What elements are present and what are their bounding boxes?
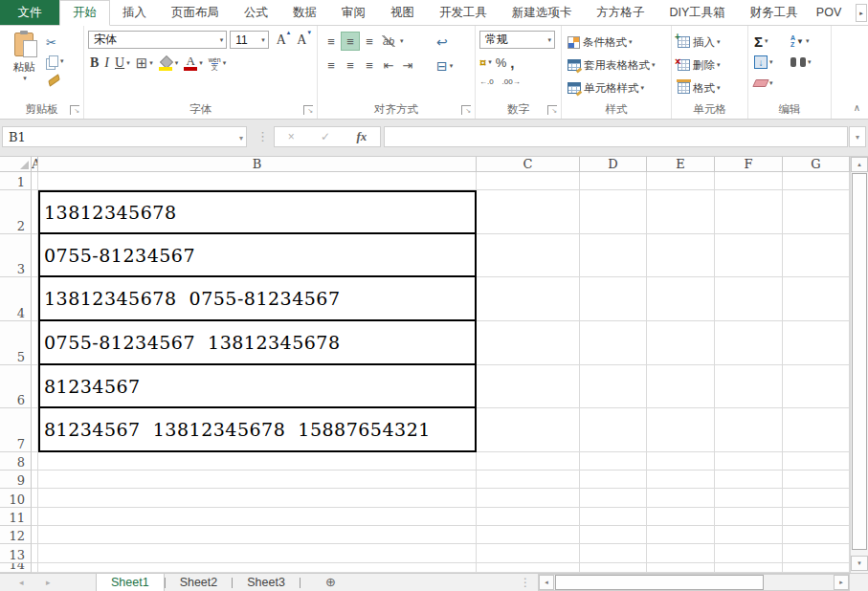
sheet-tab-sheet1[interactable]: Sheet1	[96, 574, 165, 591]
cell-B8[interactable]	[38, 452, 477, 471]
cell-C4[interactable]	[477, 277, 580, 321]
cell-E10[interactable]	[647, 489, 715, 508]
cell-G14[interactable]	[783, 563, 850, 573]
tab-overflow-button[interactable]: ▸	[856, 4, 867, 22]
ribbon-tab-13[interactable]: POV	[811, 0, 843, 25]
cell-D14[interactable]	[580, 563, 647, 573]
cell-A4[interactable]	[32, 277, 38, 321]
cell-E11[interactable]	[647, 508, 715, 526]
copy-button[interactable]: ▾	[44, 52, 66, 71]
cell-F5[interactable]	[715, 321, 783, 365]
cell-styles-button[interactable]: 单元格样式▾	[566, 77, 669, 99]
ribbon-tab-4[interactable]: 公式	[232, 0, 280, 25]
select-all-corner[interactable]	[0, 157, 32, 172]
cell-B9[interactable]	[38, 471, 477, 489]
cell-D8[interactable]	[580, 452, 647, 471]
paste-button[interactable]: 粘贴 ▾	[4, 31, 44, 103]
scroll-down-button[interactable]: ▾	[851, 556, 868, 571]
cell-C2[interactable]	[477, 190, 580, 234]
cell-D11[interactable]	[580, 508, 647, 526]
cell-G1[interactable]	[783, 172, 850, 190]
format-painter-button[interactable]	[44, 71, 66, 90]
sheet-tab-sheet3[interactable]: Sheet3	[233, 574, 300, 591]
cell-D2[interactable]	[580, 190, 647, 234]
cell-G11[interactable]	[783, 508, 850, 526]
align-center-button[interactable]: ≡	[341, 55, 360, 75]
cell-D5[interactable]	[580, 321, 647, 365]
row-header-2[interactable]: 2	[0, 190, 32, 234]
cell-E1[interactable]	[647, 172, 715, 190]
cell-B5[interactable]: 0755-81234567 13812345678	[38, 321, 477, 365]
fill-button[interactable]: ↓▾	[752, 52, 789, 73]
ribbon-tab-12[interactable]: 财务工具	[738, 0, 811, 25]
row-header-6[interactable]: 6	[0, 365, 32, 408]
cell-C14[interactable]	[477, 563, 580, 573]
autosum-button[interactable]: Σ▾	[752, 31, 789, 52]
cell-B3[interactable]: 0755-81234567	[38, 234, 477, 277]
cell-D6[interactable]	[580, 365, 647, 408]
delete-cells-button[interactable]: 删除▾	[676, 54, 746, 77]
cell-F13[interactable]	[715, 544, 783, 563]
ribbon-tab-11[interactable]: DIY工具箱	[657, 0, 738, 25]
sheet-tab-sheet2[interactable]: Sheet2	[166, 574, 233, 591]
cell-C10[interactable]	[477, 489, 580, 508]
cell-F4[interactable]	[715, 277, 783, 321]
format-cells-button[interactable]: 格式▾	[676, 77, 746, 99]
cell-D10[interactable]	[580, 489, 647, 508]
align-right-button[interactable]: ≡	[360, 55, 379, 75]
enter-icon[interactable]: ✓	[321, 130, 330, 143]
alignment-dialog-launcher-icon[interactable]: ↘	[461, 105, 471, 115]
conditional-formatting-button[interactable]: 条件格式▾	[566, 31, 669, 54]
cell-A13[interactable]	[32, 544, 38, 563]
cell-E13[interactable]	[647, 544, 715, 563]
cell-G7[interactable]	[783, 408, 850, 452]
cell-A11[interactable]	[32, 508, 38, 526]
cell-A8[interactable]	[32, 452, 38, 471]
fill-color-button[interactable]: ▾	[157, 55, 181, 72]
bottom-align-button[interactable]: ≡	[360, 32, 379, 51]
cell-G8[interactable]	[783, 452, 850, 471]
cell-D3[interactable]	[580, 234, 647, 277]
cell-E6[interactable]	[647, 365, 715, 408]
cell-A1[interactable]	[32, 172, 38, 190]
scroll-right-button[interactable]: ▸	[834, 575, 849, 590]
ribbon-tab-7[interactable]: 视图	[378, 0, 427, 25]
sheet-nav-left-icon[interactable]: ◂	[19, 578, 24, 587]
clipboard-dialog-launcher-icon[interactable]: ↘	[70, 105, 79, 115]
column-header-F[interactable]: F	[715, 157, 783, 172]
cell-F10[interactable]	[715, 489, 783, 508]
increase-indent-button[interactable]: ⇥	[398, 55, 417, 75]
cell-E8[interactable]	[647, 452, 715, 471]
cell-G13[interactable]	[783, 544, 850, 563]
cell-G9[interactable]	[783, 471, 850, 489]
collapse-ribbon-icon[interactable]: ∧	[854, 102, 860, 113]
cell-F11[interactable]	[715, 508, 783, 526]
cell-G5[interactable]	[783, 321, 850, 365]
cut-button[interactable]: ✂	[44, 33, 66, 52]
cell-B4[interactable]: 13812345678 0755-81234567	[38, 277, 477, 321]
cell-A12[interactable]	[32, 526, 38, 544]
cell-F2[interactable]	[715, 190, 783, 234]
row-header-10[interactable]: 10	[0, 489, 32, 508]
cell-E3[interactable]	[647, 234, 715, 277]
cell-F6[interactable]	[715, 365, 783, 408]
ribbon-tab-8[interactable]: 开发工具	[427, 0, 500, 25]
top-align-button[interactable]: ≡	[322, 32, 341, 51]
cell-A9[interactable]	[32, 471, 38, 489]
cell-D1[interactable]	[580, 172, 647, 190]
underline-button[interactable]: U▾	[113, 55, 132, 72]
column-header-D[interactable]: D	[580, 157, 647, 172]
font-color-button[interactable]: A▾	[182, 55, 205, 72]
cell-B13[interactable]	[38, 544, 477, 563]
cell-D7[interactable]	[580, 408, 647, 452]
orientation-button[interactable]: ab	[379, 32, 398, 51]
find-select-button[interactable]: ▾	[789, 52, 825, 73]
cell-F8[interactable]	[715, 452, 783, 471]
cell-A7[interactable]	[32, 408, 38, 452]
column-header-B[interactable]: B	[38, 157, 477, 172]
row-header-5[interactable]: 5	[0, 321, 32, 365]
row-header-8[interactable]: 8	[0, 452, 32, 471]
cell-D9[interactable]	[580, 471, 647, 489]
cell-C12[interactable]	[477, 526, 580, 544]
cell-C9[interactable]	[477, 471, 580, 489]
